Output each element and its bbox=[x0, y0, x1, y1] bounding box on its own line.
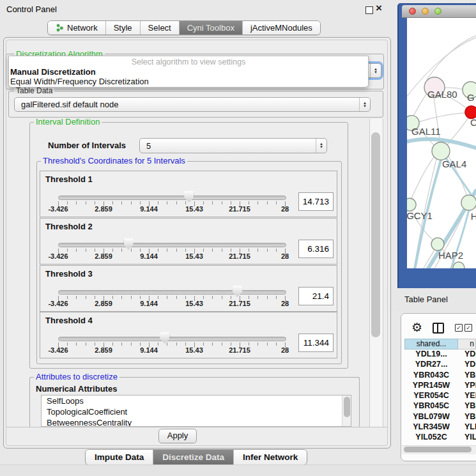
table-cell[interactable]: YBR0 bbox=[458, 401, 476, 411]
bottom-tab-infer-network[interactable]: Infer Network bbox=[233, 450, 307, 464]
threshold-label: Threshold 1 bbox=[45, 174, 93, 184]
table-cell[interactable]: YER0 bbox=[458, 391, 476, 401]
threshold-value-field[interactable] bbox=[298, 192, 334, 211]
table-cell[interactable]: YBR045C bbox=[404, 401, 458, 411]
apply-button[interactable]: Apply bbox=[158, 429, 197, 443]
table-cell[interactable]: YBR043C bbox=[404, 371, 458, 381]
table-cell[interactable]: YLR345W bbox=[404, 422, 458, 433]
attributes-scrollbar-track[interactable] bbox=[342, 395, 351, 426]
table-row[interactable]: YLR345WYLR3 bbox=[404, 422, 476, 433]
attribute-item[interactable]: SelfLoops bbox=[42, 395, 351, 406]
table-header-name[interactable]: n bbox=[458, 339, 476, 349]
tab-jactivemnodules[interactable]: jActiveMNodules bbox=[242, 21, 320, 35]
threshold-value-field[interactable] bbox=[298, 240, 334, 258]
checkbox-icon[interactable]: ✓ bbox=[464, 324, 472, 332]
table-cell[interactable]: YIL052C bbox=[404, 433, 458, 443]
slider-tick bbox=[185, 249, 186, 252]
threshold-value-field[interactable] bbox=[298, 334, 334, 352]
slider-tick-label: 2.859 bbox=[86, 252, 121, 260]
algorithm-option[interactable]: Equal Width/Frequency Discretization bbox=[9, 77, 368, 86]
table-data-value: galFiltered.sif default node bbox=[15, 100, 359, 109]
zoom-traffic-light[interactable] bbox=[434, 8, 441, 15]
slider-tick-label: 9.144 bbox=[132, 346, 166, 354]
hap2-node[interactable] bbox=[431, 238, 444, 250]
table-cell[interactable]: YDR27... bbox=[404, 360, 458, 370]
table-header-shared[interactable]: shared... bbox=[404, 339, 458, 349]
table-row[interactable]: YER054CYER0 bbox=[404, 391, 476, 401]
attributes-scrollbar-thumb[interactable] bbox=[344, 397, 350, 417]
tab-select[interactable]: Select bbox=[140, 21, 179, 35]
slider-tick bbox=[131, 342, 132, 346]
table-cell[interactable]: YDL1 bbox=[458, 349, 476, 360]
network-canvas[interactable]: GAL80GCGAL11GAL4GCY1HHAP2 bbox=[407, 18, 476, 268]
table-cell[interactable]: YBL079W bbox=[404, 412, 458, 422]
table-cell[interactable]: YBL0 bbox=[458, 412, 476, 422]
float-window-icon[interactable] bbox=[365, 6, 373, 14]
table-data-combobox[interactable]: galFiltered.sif default node ▲▼ bbox=[14, 97, 371, 112]
table-hscrollbar-thumb[interactable] bbox=[404, 447, 472, 452]
tab-cyni-toolbox[interactable]: Cyni Toolbox bbox=[179, 21, 242, 35]
table-row[interactable]: YBL079WYBL0 bbox=[404, 412, 476, 422]
table-cell[interactable]: YER054C bbox=[404, 391, 458, 401]
slider-tick bbox=[158, 249, 158, 252]
slider-tick bbox=[276, 342, 277, 346]
slider-tick-label: -3.426 bbox=[41, 205, 75, 213]
gcy1-node[interactable] bbox=[407, 198, 416, 211]
slider-tick bbox=[222, 296, 222, 299]
attribute-item[interactable]: BetweennessCentrality bbox=[42, 417, 351, 427]
threshold-panel: Threshold 4 -3.4262.8599.14415.4321.7152… bbox=[40, 312, 337, 358]
table-row[interactable]: YBR045CYBR0 bbox=[404, 401, 476, 411]
node-label: GAL4 bbox=[442, 158, 466, 169]
slider-tick bbox=[222, 249, 222, 252]
minimize-traffic-light[interactable] bbox=[422, 8, 429, 15]
slider-tick bbox=[176, 201, 177, 204]
columns-icon[interactable] bbox=[433, 323, 444, 334]
gear-icon[interactable]: ⚙ bbox=[411, 320, 422, 335]
slider-thumb[interactable] bbox=[124, 238, 134, 250]
checkbox-icon[interactable]: ✓ bbox=[455, 324, 463, 332]
slider-track[interactable] bbox=[58, 243, 286, 247]
table-cell[interactable]: YLR3 bbox=[458, 422, 476, 433]
table-row[interactable]: YDL19...YDL1 bbox=[404, 349, 476, 360]
slider-tick-label: 2.859 bbox=[86, 346, 121, 354]
slider-tick bbox=[212, 249, 213, 252]
gal4-node[interactable] bbox=[432, 142, 450, 160]
algorithm-hint: Select algorithm to view settings bbox=[9, 56, 368, 67]
table-row[interactable]: YBR043CYBR0 bbox=[404, 371, 476, 381]
table-cell[interactable]: YIL0 bbox=[458, 433, 476, 443]
slider-thumb[interactable] bbox=[233, 286, 242, 297]
slider-track[interactable] bbox=[58, 337, 286, 341]
attribute-item[interactable]: TopologicalCoefficient bbox=[42, 406, 351, 417]
table-cell[interactable]: YDR2 bbox=[458, 360, 476, 370]
bottom-tab-discretize-data[interactable]: Discretize Data bbox=[153, 450, 233, 464]
close-icon[interactable]: × bbox=[376, 2, 382, 15]
attributes-list[interactable]: SelfLoopsTopologicalCoefficientBetweenne… bbox=[41, 395, 351, 427]
close-traffic-light[interactable] bbox=[409, 8, 416, 15]
slider-thumb[interactable] bbox=[160, 332, 169, 344]
algorithm-option[interactable]: Manual Discretization bbox=[9, 67, 368, 77]
num-intervals-combobox[interactable]: 5 ▲▼ bbox=[139, 138, 327, 153]
apply-strip bbox=[6, 427, 387, 447]
slider-track[interactable] bbox=[58, 290, 286, 295]
slider-tick bbox=[86, 249, 86, 252]
table-row[interactable]: YIL052CYIL0 bbox=[404, 433, 476, 443]
table-cell[interactable]: YPR1 bbox=[458, 381, 476, 391]
table-cell[interactable]: YPR145W bbox=[404, 381, 458, 391]
slider-tick bbox=[249, 201, 249, 204]
bottom-tab-impute-data[interactable]: Impute Data bbox=[86, 450, 153, 464]
table-row[interactable]: YDR27...YDR2 bbox=[404, 360, 476, 370]
table-cell[interactable]: YDL19... bbox=[404, 349, 458, 360]
table-cell[interactable]: YBR0 bbox=[458, 371, 476, 381]
h-node[interactable] bbox=[461, 195, 476, 210]
slider-tick-label: -3.426 bbox=[41, 346, 75, 354]
tab-network[interactable]: Network bbox=[48, 21, 105, 35]
network-window-titlebar[interactable] bbox=[402, 5, 476, 18]
table-row[interactable]: YPR145WYPR1 bbox=[404, 381, 476, 391]
slider-tick bbox=[86, 296, 86, 299]
slider-tick bbox=[203, 342, 204, 346]
settings-scrollbar-thumb[interactable] bbox=[371, 132, 380, 337]
slider-tick bbox=[276, 201, 277, 204]
slider-track[interactable] bbox=[58, 196, 286, 200]
tab-style[interactable]: Style bbox=[105, 21, 140, 35]
threshold-value-field[interactable] bbox=[298, 287, 334, 305]
